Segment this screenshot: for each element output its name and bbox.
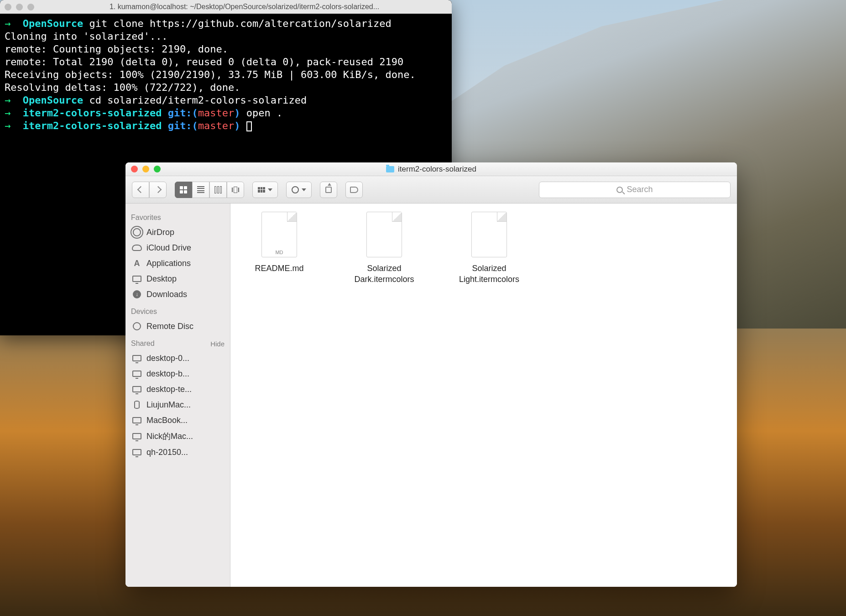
terminal-line: Resolving deltas: 100% (722/722), done. [5,81,447,94]
cloud-icon [132,243,142,253]
terminal-traffic-lights [5,4,34,10]
computer-icon [132,353,142,363]
sidebar-item-label: iCloud Drive [146,243,191,253]
terminal-line: → iterm2-colors-solarized git:(master) o… [5,107,447,120]
sidebar-item[interactable]: qh-20150... [129,444,226,460]
column-view-button[interactable] [209,182,227,198]
sidebar-item[interactable]: Desktop [129,271,226,287]
file-item[interactable]: Solarized Dark.itermcolors [345,212,423,285]
sidebar-item-label: Nick的Mac... [146,431,193,442]
computer-icon [132,447,142,457]
tag-icon [350,187,358,193]
file-item[interactable]: README.md [240,212,318,274]
action-button[interactable] [286,182,312,198]
downloads-icon: ↓ [132,289,142,299]
sidebar-item[interactable]: desktop-b... [129,366,226,381]
airdrop-icon [132,227,142,237]
computer-icon [132,415,142,425]
terminal-line: Cloning into 'solarized'... [5,30,447,43]
tags-group [345,182,363,198]
tags-button[interactable] [345,182,363,198]
sidebar-item[interactable]: LiujunMac... [129,397,226,412]
search-input[interactable]: Search [539,182,731,198]
finder-traffic-lights [131,166,161,172]
file-icon [261,212,297,257]
forward-button[interactable] [149,182,167,198]
chevron-down-icon [268,188,272,191]
share-button[interactable] [320,182,337,198]
finder-title: iterm2-colors-solarized [398,165,476,174]
finder-content-area[interactable]: README.mdSolarized Dark.itermcolorsSolar… [230,204,737,587]
desktop-background: 1. kumamon@localhost: ~/Desktop/OpenSour… [0,0,846,616]
gear-icon [292,186,299,193]
sidebar-item[interactable]: Nick的Mac... [129,428,226,444]
file-name: README.md [255,263,303,274]
hide-shared-link[interactable]: Hide [210,340,225,348]
back-button[interactable] [132,182,149,198]
view-mode-buttons [175,182,244,198]
sidebar-item[interactable]: ↓Downloads [129,287,226,302]
applications-icon: A [132,258,142,268]
arrange-group [252,182,278,198]
terminal-line: → OpenSource cd solarized/iterm2-colors-… [5,94,447,107]
close-icon[interactable] [5,4,11,10]
sidebar-item-label: Downloads [146,290,187,299]
sidebar-item[interactable]: MacBook... [129,412,226,428]
terminal-body[interactable]: → OpenSource git clone https://github.co… [0,14,452,136]
finder-titlebar[interactable]: iterm2-colors-solarized [125,162,737,176]
sidebar-item-label: Desktop [146,274,177,284]
computer-icon [132,384,142,394]
sidebar-item[interactable]: AApplications [129,256,226,271]
mac-pro-icon [132,400,142,410]
terminal-line: → OpenSource git clone https://github.co… [5,17,447,30]
chevron-down-icon [302,188,306,191]
finder-body: Favorites AirDropiCloud DriveAApplicatio… [125,204,737,587]
finder-toolbar: Search [125,176,737,204]
icon-view-button[interactable] [175,182,192,198]
close-icon[interactable] [131,166,138,172]
terminal-line: Receiving objects: 100% (2190/2190), 33.… [5,68,447,81]
file-item[interactable]: Solarized Light.itermcolors [450,212,528,285]
sidebar-item[interactable]: AirDrop [129,224,226,240]
file-icon [471,212,507,257]
computer-icon [132,369,142,379]
list-view-button[interactable] [192,182,209,198]
sidebar-item-label: MacBook... [146,416,188,425]
nav-buttons [132,182,167,198]
sidebar-item-label: AirDrop [146,228,174,237]
sidebar-item[interactable]: desktop-0... [129,350,226,366]
sidebar-item[interactable]: iCloud Drive [129,240,226,256]
sidebar-heading-shared: Shared Hide [131,339,225,348]
sidebar-item-label: desktop-b... [146,369,189,379]
sidebar-item-label: desktop-te... [146,385,192,394]
terminal-line: → iterm2-colors-solarized git:(master) [5,120,447,132]
terminal-title: 1. kumamon@localhost: ~/Desktop/OpenSour… [42,3,447,11]
minimize-icon[interactable] [16,4,23,10]
terminal-line: remote: Counting objects: 2190, done. [5,43,447,56]
terminal-titlebar[interactable]: 1. kumamon@localhost: ~/Desktop/OpenSour… [0,0,452,14]
share-icon [325,187,332,193]
desktop-icon [132,274,142,284]
action-group [286,182,312,198]
file-name: Solarized Dark.itermcolors [345,263,423,285]
sidebar-heading-devices: Devices [131,308,225,316]
finder-sidebar: Favorites AirDropiCloud DriveAApplicatio… [125,204,230,587]
sidebar-item-label: LiujunMac... [146,400,191,410]
search-placeholder: Search [627,185,653,194]
sidebar-item-label: Applications [146,259,191,268]
zoom-icon[interactable] [154,166,161,172]
arrange-button[interactable] [252,182,278,198]
coverflow-view-button[interactable] [227,182,244,198]
terminal-line: remote: Total 2190 (delta 0), reused 0 (… [5,56,447,68]
minimize-icon[interactable] [142,166,149,172]
sidebar-item[interactable]: Remote Disc [129,318,226,334]
cursor [246,121,252,131]
sidebar-item-label: desktop-0... [146,354,189,363]
share-group [320,182,337,198]
sidebar-item[interactable]: desktop-te... [129,381,226,397]
zoom-icon[interactable] [27,4,34,10]
search-icon [616,187,623,193]
computer-icon [132,431,142,441]
sidebar-heading-favorites: Favorites [131,214,225,222]
finder-window[interactable]: iterm2-colors-solarized [125,162,737,587]
